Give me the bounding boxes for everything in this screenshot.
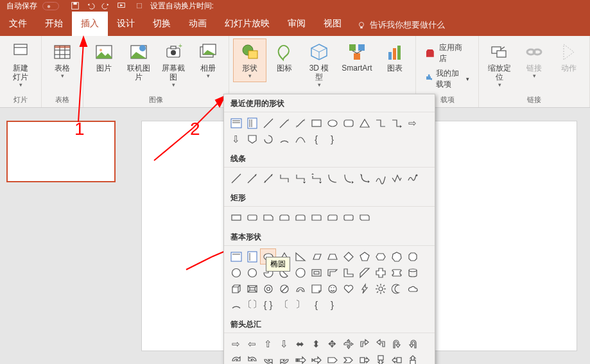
arrow-curved-4[interactable] (276, 352, 292, 364)
shape-hexagon[interactable] (372, 248, 388, 264)
shape-frame[interactable] (308, 264, 324, 281)
shape-heart[interactable] (340, 281, 356, 297)
screenshot-button[interactable]: + 屏幕截图 ▾ (157, 39, 190, 91)
smartart-button[interactable]: SmartArt (337, 39, 377, 76)
shape-flowchart-offpage[interactable] (244, 131, 260, 147)
shape-smiley[interactable] (324, 281, 340, 297)
arrow-quad[interactable]: ✥ (324, 336, 340, 352)
shape-rect-2[interactable] (244, 209, 260, 225)
shape-left-brace[interactable]: { (308, 297, 324, 313)
shape-lightning[interactable] (356, 281, 372, 297)
arrow-uturn-1[interactable] (388, 336, 404, 352)
shape-brace-left[interactable]: { (308, 131, 324, 147)
zoom-button[interactable]: 缩放定 位 ▾ (483, 39, 516, 91)
shape-cube[interactable] (228, 281, 244, 297)
shape-rect-7[interactable] (324, 209, 340, 225)
shape-scribble[interactable] (404, 170, 421, 186)
shape-bevel[interactable] (244, 281, 260, 297)
shape-elbow-2[interactable] (292, 170, 308, 186)
shape-line-double-arrow[interactable] (292, 115, 308, 131)
shape-teardrop[interactable] (292, 264, 308, 281)
link-button[interactable]: 链接 ▾ (517, 39, 551, 82)
shape-cloud[interactable] (404, 281, 421, 297)
shape-decagon[interactable] (228, 264, 244, 281)
shape-rect-3[interactable] (260, 209, 276, 225)
arrow-up[interactable]: ⇧ (260, 336, 276, 352)
shape-curve-conn-2[interactable] (340, 170, 356, 186)
shape-partial-circle[interactable] (260, 131, 276, 147)
shape-freeform-2[interactable] (388, 170, 404, 186)
shape-can[interactable] (404, 264, 421, 281)
shape-connector-arrow[interactable] (388, 115, 404, 131)
shape-rect-1[interactable] (228, 209, 244, 225)
arrow-down[interactable]: ⇩ (276, 336, 292, 352)
tell-me[interactable]: 告诉我你想要做什么 (351, 19, 451, 36)
arrow-striped[interactable] (292, 352, 308, 364)
shape-rect-5[interactable] (292, 209, 308, 225)
undo-icon[interactable] (86, 1, 95, 10)
shape-arrow-down[interactable]: ⇩ (228, 131, 244, 147)
autosave-toggle[interactable]: ● (42, 2, 59, 10)
shape-double-brace[interactable]: { } (260, 297, 276, 313)
shape-curve[interactable] (292, 131, 308, 147)
tab-insert[interactable]: 插入 (72, 12, 108, 36)
shape-connector-l[interactable] (372, 115, 388, 131)
shape-arc[interactable] (276, 131, 292, 147)
arrow-chevron[interactable] (340, 352, 356, 364)
shape-textbox[interactable] (228, 115, 244, 131)
slide-thumbnail-1[interactable] (6, 121, 116, 182)
shape-folded-corner[interactable] (308, 281, 324, 297)
shape-triangle[interactable] (356, 115, 372, 131)
shape-double-bracket[interactable]: 〔〕 (244, 297, 260, 313)
shape-curve-conn-3[interactable] (356, 170, 372, 186)
shape-rect[interactable] (308, 115, 324, 131)
shape-rect-9[interactable] (356, 209, 372, 225)
arrow-curved-3[interactable] (260, 352, 276, 364)
arrow-callout-d[interactable] (372, 352, 388, 364)
shape-textbox-vert[interactable] (244, 115, 260, 131)
store-button[interactable]: 应用商店 (422, 41, 472, 65)
shape-elbow-1[interactable] (276, 170, 292, 186)
shape-trapezoid[interactable] (324, 248, 340, 264)
shape-donut[interactable] (260, 281, 276, 297)
arrow-bent-1[interactable] (356, 336, 372, 352)
tab-animations[interactable]: 动画 (180, 12, 216, 36)
online-picture-button[interactable]: 联机图片 (122, 39, 155, 85)
shape-arrow-right[interactable]: ⇨ (404, 115, 421, 131)
action-button[interactable]: 动作 (552, 39, 586, 76)
arrow-pentagon[interactable] (324, 352, 340, 364)
arrow-callout-r[interactable] (356, 352, 372, 364)
shape-block-arc[interactable] (292, 281, 308, 297)
shapes-button[interactable]: 形状 ▾ (233, 39, 266, 82)
table-button[interactable]: 表格 ▾ (46, 39, 79, 82)
shape-arc-b[interactable] (228, 297, 244, 313)
arrow-callout-u[interactable] (404, 352, 421, 364)
arrow-curved-2[interactable] (244, 352, 260, 364)
chart-button[interactable]: 图表 (378, 39, 412, 76)
shape-textbox-vb[interactable] (244, 248, 260, 264)
arrow-leftright[interactable]: ⬌ (292, 336, 308, 352)
shape-heptagon[interactable] (388, 248, 404, 264)
tab-file[interactable]: 文件 (0, 12, 36, 36)
slideshow-start-icon[interactable] (117, 1, 126, 10)
shape-brace-right[interactable]: } (324, 131, 340, 147)
tab-design[interactable]: 设计 (108, 12, 144, 36)
arrow-notched[interactable] (308, 352, 324, 364)
shape-half-frame[interactable] (324, 264, 340, 281)
tab-review[interactable]: 审阅 (279, 12, 315, 36)
shape-curve-conn-1[interactable] (324, 170, 340, 186)
shape-diag-stripe[interactable] (356, 264, 372, 281)
shape-plaque[interactable] (388, 264, 404, 281)
tab-slideshow[interactable]: 幻灯片放映 (216, 12, 279, 36)
shape-line-2[interactable] (244, 170, 260, 186)
shape-dodecagon[interactable] (244, 264, 260, 281)
save-icon[interactable] (71, 1, 80, 10)
shape-freeform-1[interactable] (372, 170, 388, 186)
shape-rect-6[interactable] (308, 209, 324, 225)
shape-parallelogram[interactable] (308, 248, 324, 264)
shape-rounded-rect[interactable] (340, 115, 356, 131)
shape-moon[interactable] (388, 281, 404, 297)
arrow-bent-2[interactable] (372, 336, 388, 352)
arrow-tri[interactable] (340, 336, 356, 352)
my-addins-button[interactable]: 我的加载项 ▾ (422, 67, 472, 91)
